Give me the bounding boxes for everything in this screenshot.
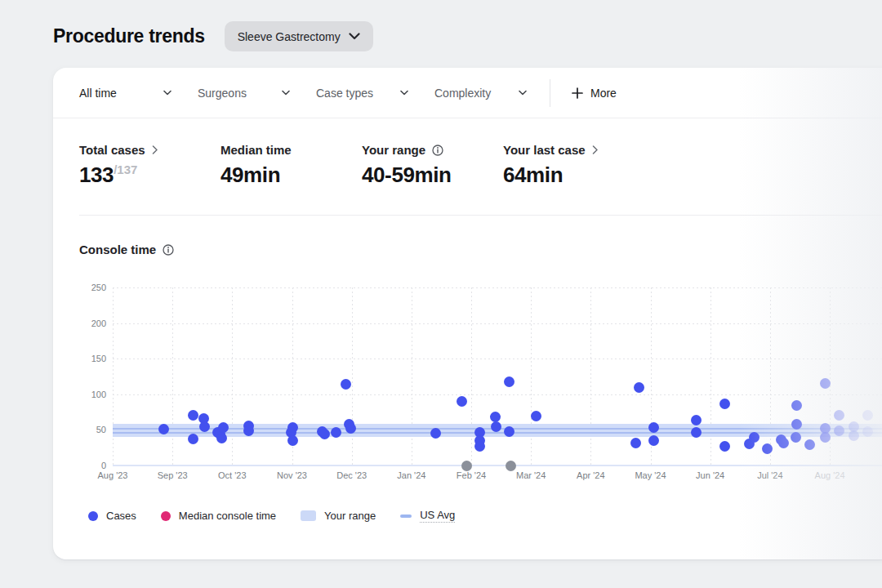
case-dot[interactable] [188, 434, 198, 444]
x-axis-tick-label: Apr '24 [562, 470, 619, 480]
stat-total-cases-denominator: /137 [114, 163, 137, 176]
stat-your-range-value: 40-59min [362, 163, 503, 188]
case-dot[interactable] [490, 412, 501, 422]
legend-median-console-time[interactable]: Median console time [161, 510, 276, 522]
gridline [352, 287, 353, 466]
more-filters-button[interactable]: More [572, 87, 617, 100]
cases-dot-swatch [88, 511, 98, 521]
stat-last-case: Your last case 64min [503, 143, 644, 188]
info-icon[interactable] [432, 145, 443, 156]
case-dot[interactable] [749, 432, 760, 443]
stat-total-cases-value: 133/137 [79, 163, 220, 188]
chevron-down-icon [163, 90, 172, 96]
case-dot[interactable] [504, 426, 514, 437]
case-dot[interactable] [719, 441, 730, 452]
case-dot[interactable] [634, 382, 644, 393]
gridline [531, 287, 532, 466]
case-dot[interactable] [719, 399, 730, 409]
gridline [113, 359, 882, 359]
stat-your-range: Your range 40-59min [362, 143, 503, 188]
case-dot[interactable] [778, 438, 789, 448]
case-dot[interactable] [862, 410, 873, 421]
case-dot[interactable] [341, 379, 351, 390]
filter-time-range[interactable]: All time [79, 87, 172, 100]
page-header: Procedure trends Sleeve Gastrectomy [53, 21, 373, 51]
zero-case-dot[interactable] [461, 461, 472, 471]
case-dot[interactable] [630, 438, 641, 448]
gridline [232, 287, 233, 466]
x-axis-tick-label: Jul '24 [742, 470, 799, 480]
filter-bar: All time Surgeons Case types Complexity [53, 68, 882, 118]
gridline [412, 287, 412, 466]
zero-case-dot[interactable] [506, 461, 516, 471]
case-dot[interactable] [804, 439, 815, 450]
us-avg-dash-swatch [400, 514, 412, 518]
case-dot[interactable] [862, 426, 873, 437]
stat-total-cases-link[interactable]: Total cases [79, 143, 158, 157]
stat-last-case-link[interactable]: Your last case [503, 143, 598, 157]
x-axis-tick-label: May '24 [622, 470, 679, 480]
procedure-trends-card: All time Surgeons Case types Complexity [53, 68, 882, 559]
gridline [113, 287, 114, 466]
x-axis-tick-label: Jun '24 [682, 470, 739, 480]
legend-your-range[interactable]: Your range [301, 510, 376, 522]
chevron-right-icon [152, 145, 158, 154]
x-axis-tick-label: Oct '23 [203, 470, 261, 480]
x-axis-tick-label: Aug '23 [84, 470, 141, 480]
filter-case-types[interactable]: Case types [316, 87, 408, 100]
case-dot[interactable] [820, 378, 831, 389]
legend-us-avg[interactable]: US Avg [400, 509, 455, 523]
y-axis-tick-label: 200 [70, 318, 106, 328]
stats-row: Total cases 133/137 Median time 49min Yo… [79, 143, 644, 188]
case-dot[interactable] [188, 410, 198, 421]
case-dot[interactable] [158, 424, 169, 434]
case-dot[interactable] [491, 421, 501, 432]
case-dot[interactable] [457, 396, 467, 407]
case-dot[interactable] [216, 433, 227, 443]
case-dot[interactable] [531, 411, 541, 421]
filter-complexity[interactable]: Complexity [434, 87, 527, 100]
x-axis-tick-label: Feb '24 [443, 470, 500, 480]
case-dot[interactable] [791, 419, 802, 430]
zero-baseline [113, 465, 882, 466]
case-dot[interactable] [762, 443, 773, 454]
case-dot[interactable] [791, 432, 801, 443]
y-axis-tick-label: 0 [70, 461, 106, 470]
x-axis-tick-label: Nov '23 [264, 470, 321, 480]
stat-median-time: Median time 49min [220, 143, 362, 188]
filter-divider [550, 79, 550, 107]
case-dot[interactable] [243, 425, 254, 436]
case-dot[interactable] [504, 376, 514, 387]
case-dot[interactable] [820, 432, 831, 443]
chart-header: Console time [79, 243, 174, 256]
filter-surgeons[interactable]: Surgeons [198, 87, 290, 100]
case-dot[interactable] [430, 428, 441, 439]
stat-last-case-value: 64min [503, 163, 644, 188]
chevron-down-icon [282, 90, 290, 96]
x-axis-tick-label: Mar '24 [502, 470, 559, 480]
case-dot[interactable] [648, 422, 659, 433]
gridline [113, 394, 882, 395]
case-dot[interactable] [849, 430, 859, 441]
case-dot[interactable] [834, 410, 844, 421]
case-dot[interactable] [319, 429, 330, 439]
y-axis-tick-label: 250 [70, 283, 106, 292]
chevron-right-icon [592, 145, 598, 154]
chevron-down-icon [519, 90, 527, 96]
x-axis-tick-label: Sep '23 [144, 470, 201, 480]
case-dot[interactable] [648, 435, 659, 446]
gridline [471, 287, 472, 466]
case-dot[interactable] [691, 415, 702, 425]
x-axis-tick-label: Dec '23 [323, 470, 381, 480]
range-swatch [301, 510, 316, 521]
legend-cases[interactable]: Cases [88, 510, 136, 522]
info-icon[interactable] [163, 244, 174, 256]
gridline [710, 287, 711, 466]
case-dot[interactable] [345, 423, 356, 434]
case-dot[interactable] [791, 400, 802, 411]
procedure-select[interactable]: Sleeve Gastrectomy [225, 21, 373, 51]
case-dot[interactable] [474, 441, 485, 452]
case-dot[interactable] [287, 435, 298, 446]
plus-icon [572, 87, 583, 99]
case-dot[interactable] [834, 425, 844, 436]
